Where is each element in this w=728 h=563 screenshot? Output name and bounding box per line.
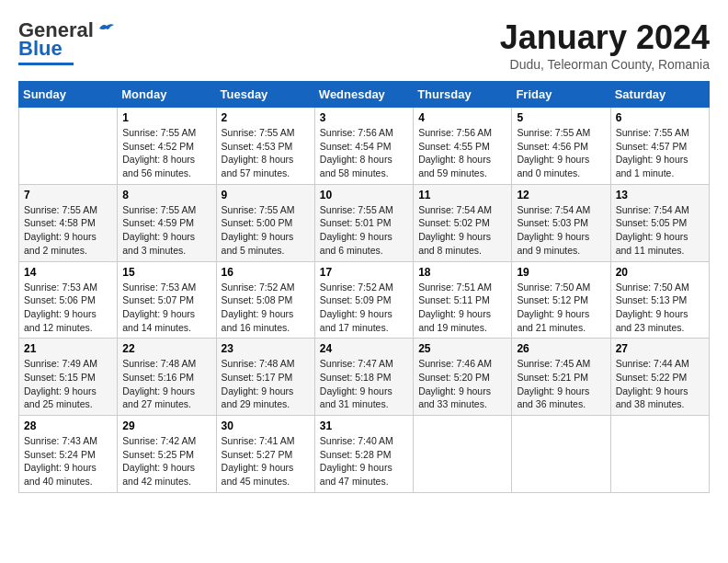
calendar-cell: 24 Sunrise: 7:47 AMSunset: 5:18 PMDaylig… [314,339,413,416]
day-number: 9 [222,189,310,201]
cell-content: Sunrise: 7:45 AMSunset: 5:21 PMDaylight:… [517,358,590,409]
calendar-cell [19,108,118,185]
calendar-cell: 7 Sunrise: 7:55 AMSunset: 4:58 PMDayligh… [19,184,118,261]
cell-content: Sunrise: 7:55 AMSunset: 4:57 PMDaylight:… [616,127,689,178]
title-area: January 2024 Dudu, Teleorman County, Rom… [500,18,710,72]
cell-content: Sunrise: 7:48 AMSunset: 5:16 PMDaylight:… [122,358,196,409]
day-number: 22 [122,342,210,355]
calendar-table: SundayMondayTuesdayWednesdayThursdayFrid… [18,81,710,493]
day-number: 27 [616,342,704,355]
day-number: 2 [222,111,310,124]
col-header-sunday: Sunday [19,82,118,108]
calendar-cell: 29 Sunrise: 7:42 AMSunset: 5:25 PMDaylig… [118,416,216,493]
col-header-friday: Friday [512,82,610,108]
cell-content: Sunrise: 7:53 AMSunset: 5:07 PMDaylight:… [122,282,196,333]
calendar-cell: 20 Sunrise: 7:50 AMSunset: 5:13 PMDaylig… [610,261,709,339]
day-number: 25 [418,342,506,355]
calendar-cell: 1 Sunrise: 7:55 AMSunset: 4:52 PMDayligh… [118,108,216,185]
day-number: 23 [222,342,310,355]
calendar-cell: 26 Sunrise: 7:45 AMSunset: 5:21 PMDaylig… [512,339,610,416]
week-row-5: 28 Sunrise: 7:43 AMSunset: 5:24 PMDaylig… [19,416,710,493]
cell-content: Sunrise: 7:55 AMSunset: 4:56 PMDaylight:… [517,127,590,178]
col-header-monday: Monday [118,82,216,108]
week-row-2: 7 Sunrise: 7:55 AMSunset: 4:58 PMDayligh… [19,184,710,261]
calendar-cell: 21 Sunrise: 7:49 AMSunset: 5:15 PMDaylig… [19,339,118,416]
day-number: 6 [616,111,704,124]
day-number: 7 [24,189,112,201]
cell-content: Sunrise: 7:43 AMSunset: 5:24 PMDaylight:… [24,435,97,487]
logo-bird-icon [97,21,116,36]
calendar-cell: 3 Sunrise: 7:56 AMSunset: 4:54 PMDayligh… [314,108,413,185]
cell-content: Sunrise: 7:54 AMSunset: 5:03 PMDaylight:… [517,204,590,256]
day-number: 14 [24,266,112,279]
cell-content: Sunrise: 7:44 AMSunset: 5:22 PMDaylight:… [616,358,689,409]
day-number: 29 [122,419,210,432]
cell-content: Sunrise: 7:55 AMSunset: 4:59 PMDaylight:… [122,204,196,256]
day-number: 19 [517,266,605,279]
cell-content: Sunrise: 7:47 AMSunset: 5:18 PMDaylight:… [320,358,393,409]
cell-content: Sunrise: 7:55 AMSunset: 4:58 PMDaylight:… [24,204,97,256]
col-header-thursday: Thursday [414,82,512,108]
day-number: 18 [418,266,506,279]
day-number: 10 [320,189,408,201]
cell-content: Sunrise: 7:55 AMSunset: 5:01 PMDaylight:… [320,204,393,256]
calendar-cell: 23 Sunrise: 7:48 AMSunset: 5:17 PMDaylig… [216,339,314,416]
col-header-wednesday: Wednesday [314,82,413,108]
logo-blue: Blue [18,37,63,61]
cell-content: Sunrise: 7:51 AMSunset: 5:11 PMDaylight:… [418,282,492,333]
day-number: 21 [24,342,112,355]
day-number: 15 [122,266,210,279]
day-number: 12 [517,189,605,201]
calendar-cell: 22 Sunrise: 7:48 AMSunset: 5:16 PMDaylig… [118,339,216,416]
cell-content: Sunrise: 7:52 AMSunset: 5:08 PMDaylight:… [222,282,295,333]
calendar-cell: 16 Sunrise: 7:52 AMSunset: 5:08 PMDaylig… [216,261,314,339]
calendar-cell: 8 Sunrise: 7:55 AMSunset: 4:59 PMDayligh… [118,184,216,261]
cell-content: Sunrise: 7:46 AMSunset: 5:20 PMDaylight:… [418,358,492,409]
week-row-1: 1 Sunrise: 7:55 AMSunset: 4:52 PMDayligh… [19,108,710,185]
day-number: 20 [616,266,704,279]
col-header-tuesday: Tuesday [216,82,314,108]
day-number: 24 [320,342,408,355]
cell-content: Sunrise: 7:50 AMSunset: 5:12 PMDaylight:… [517,282,590,333]
col-header-saturday: Saturday [610,82,709,108]
day-number: 16 [222,266,310,279]
cell-content: Sunrise: 7:54 AMSunset: 5:05 PMDaylight:… [616,204,689,256]
cell-content: Sunrise: 7:42 AMSunset: 5:25 PMDaylight:… [122,435,196,487]
day-number: 26 [517,342,605,355]
cell-content: Sunrise: 7:52 AMSunset: 5:09 PMDaylight:… [320,282,393,333]
day-number: 8 [122,189,210,201]
calendar-cell: 5 Sunrise: 7:55 AMSunset: 4:56 PMDayligh… [512,108,610,185]
calendar-cell: 30 Sunrise: 7:41 AMSunset: 5:27 PMDaylig… [216,416,314,493]
logo: General Blue [18,18,116,65]
calendar-cell: 27 Sunrise: 7:44 AMSunset: 5:22 PMDaylig… [610,339,709,416]
calendar-cell: 11 Sunrise: 7:54 AMSunset: 5:02 PMDaylig… [414,184,512,261]
cell-content: Sunrise: 7:49 AMSunset: 5:15 PMDaylight:… [24,358,97,409]
cell-content: Sunrise: 7:56 AMSunset: 4:55 PMDaylight:… [418,127,492,178]
calendar-cell: 14 Sunrise: 7:53 AMSunset: 5:06 PMDaylig… [19,261,118,339]
day-number: 30 [222,419,310,432]
logo-underline [18,63,74,65]
calendar-cell: 4 Sunrise: 7:56 AMSunset: 4:55 PMDayligh… [414,108,512,185]
cell-content: Sunrise: 7:54 AMSunset: 5:02 PMDaylight:… [418,204,492,256]
cell-content: Sunrise: 7:48 AMSunset: 5:17 PMDaylight:… [222,358,295,409]
day-number: 28 [24,419,112,432]
day-number: 5 [517,111,605,124]
cell-content: Sunrise: 7:55 AMSunset: 5:00 PMDaylight:… [222,204,295,256]
day-number: 13 [616,189,704,201]
page-header: General Blue January 2024 Dudu, Teleorma… [18,18,710,72]
cell-content: Sunrise: 7:40 AMSunset: 5:28 PMDaylight:… [320,435,393,487]
cell-content: Sunrise: 7:56 AMSunset: 4:54 PMDaylight:… [320,127,393,178]
calendar-cell: 17 Sunrise: 7:52 AMSunset: 5:09 PMDaylig… [314,261,413,339]
cell-content: Sunrise: 7:55 AMSunset: 4:53 PMDaylight:… [222,127,295,178]
day-number: 31 [320,419,408,432]
calendar-cell: 2 Sunrise: 7:55 AMSunset: 4:53 PMDayligh… [216,108,314,185]
day-number: 3 [320,111,408,124]
calendar-cell: 9 Sunrise: 7:55 AMSunset: 5:00 PMDayligh… [216,184,314,261]
cell-content: Sunrise: 7:50 AMSunset: 5:13 PMDaylight:… [616,282,689,333]
calendar-cell [414,416,512,493]
calendar-cell [512,416,610,493]
calendar-cell: 15 Sunrise: 7:53 AMSunset: 5:07 PMDaylig… [118,261,216,339]
location: Dudu, Teleorman County, Romania [500,57,710,72]
calendar-cell: 25 Sunrise: 7:46 AMSunset: 5:20 PMDaylig… [414,339,512,416]
calendar-cell: 28 Sunrise: 7:43 AMSunset: 5:24 PMDaylig… [19,416,118,493]
